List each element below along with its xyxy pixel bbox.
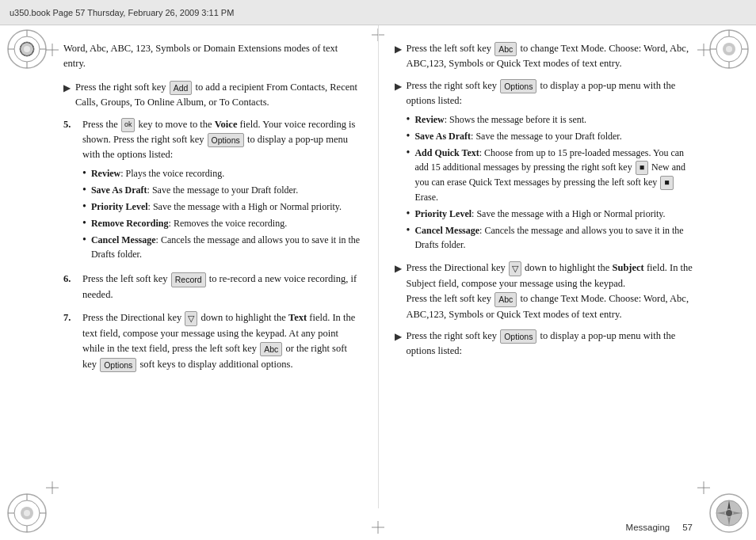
sub-priority-r-text: Priority Level: Save the message with a … xyxy=(414,207,693,221)
corner-decoration-br xyxy=(708,492,750,534)
voice-bold: Voice xyxy=(215,119,238,130)
header-text: u350.book Page 57 Thursday, February 26,… xyxy=(10,8,234,17)
text-bold-7: Text xyxy=(288,312,307,323)
abc-key-icon-r3: Abc xyxy=(494,292,517,306)
sub-saveasdraft-r-text: Save As Draft: Save the message to your … xyxy=(414,129,693,143)
erase-key-icon: ■ xyxy=(660,176,673,190)
item-7: 7. Press the Directional key ▽ down to h… xyxy=(63,310,362,372)
sub-dot-icon: • xyxy=(82,233,86,247)
sub-cancel-5-text: Cancel Message: Cancels the message and … xyxy=(91,233,362,261)
options-key-icon-r2: Options xyxy=(500,79,536,93)
sub-dot-icon: • xyxy=(407,207,410,221)
right-column: ▶ Press the left soft key Abc to change … xyxy=(379,25,701,508)
left-column: Word, Abc, ABC, 123, Symbols or Domain E… xyxy=(55,25,379,508)
sub-dot-icon: • xyxy=(82,183,86,197)
page-number: 57 xyxy=(682,523,693,532)
item-5: 5. Press the ok key to move to the Voice… xyxy=(63,117,362,264)
sub-bullet-review-r: • Review: Shows the message before it is… xyxy=(407,112,693,127)
sub-dot-icon: • xyxy=(82,216,86,230)
item-5-content: Press the ok key to move to the Voice fi… xyxy=(82,117,362,264)
sub-dot-icon: • xyxy=(407,112,410,127)
item-6-number: 6. xyxy=(63,272,76,287)
sub-bullet-priority-5: • Priority Level: Save the message with … xyxy=(82,200,362,214)
sub-review-5-text: Review: Plays the voice recording. xyxy=(91,166,362,181)
corner-decoration-tr xyxy=(708,29,750,70)
right-subbullets-1: • Review: Shows the message before it is… xyxy=(407,112,693,253)
sub-bullet-priority-r: • Priority Level: Save the message with … xyxy=(407,207,693,221)
page-wrapper: u350.book Page 57 Thursday, February 26,… xyxy=(0,0,756,540)
add-key-icon: Add xyxy=(170,81,193,95)
bullet-options-last-text: Press the right soft key Options to disp… xyxy=(407,329,693,359)
bullet-arrow-icon: ▶ xyxy=(395,261,402,276)
dir-key-icon-7: ▽ xyxy=(185,311,197,326)
svg-point-12 xyxy=(726,46,732,52)
sub-review-r-text: Review: Shows the message before it is s… xyxy=(414,112,693,127)
sub-dot-icon: • xyxy=(407,146,410,160)
dir-key-icon-r3: ▽ xyxy=(509,261,521,276)
sub-dot-icon: • xyxy=(407,129,410,143)
sub-cancel-r-text: Cancel Message: Cancels the message and … xyxy=(414,223,693,252)
item-6: 6. Press the left soft key Record to re-… xyxy=(63,272,362,302)
bullet-options-menu: ▶ Press the right soft key Options to di… xyxy=(395,78,693,255)
bullet-add-recipient: ▶ Press the right soft key Add to add a … xyxy=(63,80,362,111)
item-6-content: Press the left soft key Record to re-rec… xyxy=(82,272,362,302)
sub-dot-icon: • xyxy=(82,166,86,181)
record-key-icon: Record xyxy=(171,272,206,287)
crosshair-bot-center xyxy=(372,521,384,534)
subject-bold: Subject xyxy=(612,262,643,273)
svg-point-20 xyxy=(24,510,30,516)
corner-decoration-tl xyxy=(6,29,48,70)
sub-priority-5-text: Priority Level: Save the message with a … xyxy=(91,200,362,214)
options-key-icon-7: Options xyxy=(100,358,136,372)
sub-bullet-saveasdraft-5: • Save As Draft: Save the message to you… xyxy=(82,183,362,197)
options-key-icon-r4: Options xyxy=(500,329,536,344)
svg-point-27 xyxy=(726,510,732,516)
bullet-abc-mode: ▶ Press the left soft key Abc to change … xyxy=(395,41,693,72)
bullet-options-text: Press the right soft key Options to disp… xyxy=(407,78,693,255)
bullet-abc-text: Press the left soft key Abc to change Te… xyxy=(407,41,693,72)
bullet-arrow-icon: ▶ xyxy=(395,42,402,57)
corner-decoration-bl xyxy=(6,492,48,534)
sub-bullet-remove-5: • Remove Recording: Removes the voice re… xyxy=(82,216,362,230)
content-area: Word, Abc, ABC, 123, Symbols or Domain E… xyxy=(55,25,701,508)
header-bar: u350.book Page 57 Thursday, February 26,… xyxy=(0,0,756,25)
sub-bullet-cancel-5: • Cancel Message: Cancels the message an… xyxy=(82,233,362,261)
sub-dot-icon: • xyxy=(82,200,86,214)
bullet-arrow-icon: ▶ xyxy=(395,329,402,344)
bullet-subject-field: ▶ Press the Directional key ▽ down to hi… xyxy=(395,260,693,322)
abc-key-icon-r1: Abc xyxy=(494,42,517,56)
page-footer: Messaging 57 xyxy=(626,523,693,532)
options-key-icon-5: Options xyxy=(208,133,244,147)
sub-bullet-review-5: • Review: Plays the voice recording. xyxy=(82,166,362,181)
ok-key-icon: ok xyxy=(121,118,136,132)
item-5-subbullets: • Review: Plays the voice recording. • S… xyxy=(82,166,362,262)
sub-dot-icon: • xyxy=(407,223,410,238)
item-5-number: 5. xyxy=(63,117,76,132)
bullet-options-last: ▶ Press the right soft key Options to di… xyxy=(395,329,693,359)
abc-key-icon-7: Abc xyxy=(260,342,282,356)
sub-quicktext-r-text: Add Quick Text: Choose from up to 15 pre… xyxy=(414,146,693,204)
bullet-arrow-icon: ▶ xyxy=(395,79,402,94)
item-7-number: 7. xyxy=(63,310,76,325)
sub-saveasdraft-5-text: Save As Draft: Save the message to your … xyxy=(91,183,362,197)
intro-text: Word, Abc, ABC, 123, Symbols or Domain E… xyxy=(63,41,362,72)
messaging-label: Messaging xyxy=(626,523,670,532)
bullet-arrow-icon: ▶ xyxy=(63,81,71,96)
bullet-add-text: Press the right soft key Add to add a re… xyxy=(75,80,362,111)
item-7-content: Press the Directional key ▽ down to high… xyxy=(82,310,362,372)
bullet-subject-text: Press the Directional key ▽ down to high… xyxy=(407,260,693,322)
sub-bullet-quicktext-r: • Add Quick Text: Choose from up to 15 p… xyxy=(407,146,693,204)
sub-bullet-cancel-r: • Cancel Message: Cancels the message an… xyxy=(407,223,693,252)
sub-remove-5-text: Remove Recording: Removes the voice reco… xyxy=(91,216,362,230)
new-key-icon: ■ xyxy=(636,161,648,175)
svg-point-4 xyxy=(24,46,30,52)
sub-bullet-saveasdraft-r: • Save As Draft: Save the message to you… xyxy=(407,129,693,143)
